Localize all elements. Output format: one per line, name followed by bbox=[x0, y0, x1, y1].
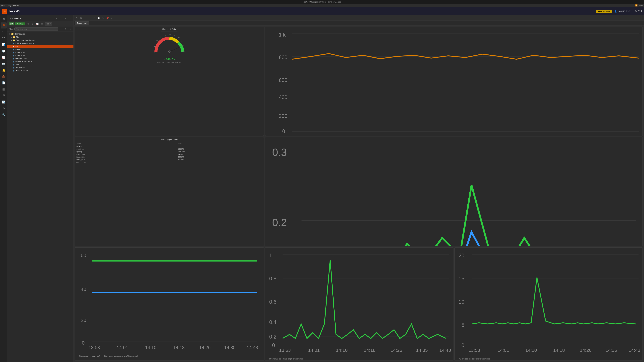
sidebar-dashboard-icon[interactable]: 📊 bbox=[1, 41, 7, 48]
sidebar-analytics-icon[interactable]: 📉 bbox=[1, 99, 7, 105]
col-size: Size bbox=[176, 142, 264, 145]
arrow-left-icon[interactable]: ← bbox=[88, 16, 92, 20]
transactions-chart-panel: 1 k 800 600 400 200 0 bbox=[265, 27, 643, 136]
sidebar-network-icon[interactable]: 🖥 bbox=[1, 22, 7, 28]
expand-icon[interactable]: ⤢ bbox=[110, 16, 114, 20]
datetime: Mon 12 Aug 14:49:59 bbox=[1, 4, 19, 6]
disk-queue-chart: 1 0.8 0.6 0.4 0.2 0 bbox=[265, 248, 453, 357]
svg-text:0: 0 bbox=[282, 128, 285, 134]
tree-label: Fix bbox=[16, 36, 19, 38]
sidebar-book-icon[interactable]: 📖 bbox=[1, 61, 7, 67]
sidebar-map-icon[interactable]: 🗺 bbox=[1, 35, 7, 41]
help-icon[interactable]: ? bbox=[638, 10, 640, 13]
tree-item-critical[interactable]: ▦ Critical system status bbox=[8, 42, 74, 45]
forward-btn[interactable]: ▷ bbox=[60, 16, 64, 20]
gauge-title: Cache Hit Ratio bbox=[161, 27, 178, 31]
sidebar-bell-icon[interactable]: 🔔 bbox=[1, 67, 7, 73]
svg-text:5: 5 bbox=[462, 322, 464, 328]
table-row: netxms bbox=[75, 145, 264, 148]
sidebar-doc-icon[interactable]: 📄 bbox=[1, 80, 7, 86]
obj-toolbar: DB Normal ▢ ⊡ 📈 ✕ Poll ▾ bbox=[8, 21, 74, 26]
svg-text:200: 200 bbox=[279, 113, 287, 119]
pin-icon[interactable]: 📌 bbox=[106, 16, 109, 20]
sidebar-home-icon[interactable]: ⊞ bbox=[1, 16, 7, 22]
transactions-chart: 1 k 800 600 400 200 0 bbox=[265, 27, 642, 136]
tree-label: Template dashboards bbox=[16, 39, 36, 41]
chart-icon[interactable]: 📈 bbox=[36, 22, 39, 26]
edit-icon[interactable]: ✎ bbox=[75, 16, 79, 20]
panel-title: Dashboards bbox=[9, 17, 54, 19]
info-icon[interactable]: ℹ bbox=[641, 10, 642, 13]
svg-text:60: 60 bbox=[81, 252, 86, 258]
arrow-right-icon[interactable]: → bbox=[84, 16, 88, 20]
window-icon[interactable]: ▢ bbox=[92, 16, 96, 20]
tree-item-demo[interactable]: ▦ Demo bbox=[8, 48, 74, 51]
filter-clear-icon[interactable]: ✕ bbox=[68, 27, 72, 31]
filter-input[interactable] bbox=[14, 27, 58, 30]
sidebar-screen-icon[interactable]: 🖥 bbox=[1, 92, 7, 98]
sidebar-chart-icon[interactable]: 📈 bbox=[1, 54, 7, 60]
grid-icon[interactable]: ⊞ bbox=[79, 16, 83, 20]
dash-icon: ▦ bbox=[13, 42, 14, 44]
tab-dashboard[interactable]: Dashboard bbox=[75, 21, 89, 25]
app-header: N NetXMS PRODUCTION 👤 zev@10.5.5.111 ⚙ ?… bbox=[0, 7, 644, 15]
svg-text:600: 600 bbox=[279, 77, 287, 83]
fs-svg: 60 40 20 0 13:53 14:01 bbox=[76, 249, 263, 353]
back-btn[interactable]: ◁ bbox=[55, 16, 59, 20]
dash-icon: ▦ bbox=[13, 69, 14, 72]
refresh-btn[interactable]: ↺ bbox=[68, 16, 72, 20]
tree-item-icmp-stats[interactable]: ▦ ICMP Stats bbox=[8, 54, 74, 57]
disk-charts: 1 0.8 0.6 0.4 0.2 0 bbox=[265, 247, 643, 361]
cell-size: 1270 MB bbox=[176, 150, 264, 153]
tree-item-trafic[interactable]: ▦ Trafic Analiner bbox=[8, 69, 74, 72]
content-area: ✎ ⊞ → ← ▢ 💾 🔗 📌 ⤢ Dashboard Cache Hit Ra… bbox=[74, 15, 644, 362]
svg-text:0: 0 bbox=[462, 343, 464, 348]
tree-item-db[interactable]: ▦ DB bbox=[8, 45, 74, 48]
tree-item-icmp-stas[interactable]: ▦ ICMP Stas bbox=[8, 51, 74, 54]
db-badge: DB bbox=[9, 22, 14, 25]
cell-table: syslog bbox=[75, 150, 176, 153]
tree-label: Dashboards bbox=[14, 33, 25, 35]
sidebar-tag-icon[interactable]: 🏷 bbox=[1, 29, 7, 35]
tree-item-internet[interactable]: ▦ Internet Traffic bbox=[8, 57, 74, 60]
svg-text:14:18: 14:18 bbox=[553, 348, 565, 353]
username: zev@10.5.5.111 bbox=[618, 10, 632, 12]
svg-text:14:35: 14:35 bbox=[224, 345, 236, 350]
settings-icon[interactable]: ⚙ bbox=[634, 10, 637, 13]
expand-icon: ▶ bbox=[11, 36, 12, 38]
table-row: idata_108643 MB bbox=[75, 153, 264, 156]
tree-item-template[interactable]: ▶ 📁 Template dashboards bbox=[8, 39, 74, 42]
network-icon: 📶 bbox=[635, 4, 638, 6]
close-icon[interactable]: ✕ bbox=[40, 22, 44, 26]
app-logo: N bbox=[2, 9, 8, 14]
tree-item-tile[interactable]: ▦ Tile Server bbox=[8, 66, 74, 69]
link-icon[interactable]: 🔗 bbox=[101, 16, 105, 20]
table-row: event_log539 MB bbox=[75, 148, 264, 150]
sidebar-tools-icon[interactable]: 🔧 bbox=[1, 112, 7, 118]
save-icon[interactable]: 💾 bbox=[97, 16, 100, 20]
svg-text:14:43: 14:43 bbox=[629, 348, 640, 353]
sidebar-case-icon[interactable]: 💼 bbox=[1, 73, 7, 79]
tree-item-fix[interactable]: ▶ 📁 Fix bbox=[8, 35, 74, 39]
folder-icon: 📁 bbox=[11, 33, 14, 35]
window-icon[interactable]: ▢ bbox=[26, 22, 30, 26]
sidebar-clock-icon[interactable]: 🕐 bbox=[1, 48, 7, 54]
tree-item-dashboards[interactable]: ▼ 📁 Dashboards bbox=[8, 32, 74, 35]
svg-text:14:26: 14:26 bbox=[580, 348, 592, 353]
filter-info-icon[interactable]: ℹ bbox=[59, 27, 63, 31]
tree-item-serverroom[interactable]: ▦ Server Room Rack bbox=[8, 60, 74, 63]
sidebar-settings-icon[interactable]: ⚙ bbox=[1, 105, 7, 111]
filter-row: Filter: ℹ ✎ ✕ bbox=[8, 26, 74, 32]
filter-edit-icon[interactable]: ✎ bbox=[64, 27, 68, 31]
poll-button[interactable]: Poll ▾ bbox=[45, 22, 52, 25]
screenshot-icon[interactable]: ⊡ bbox=[31, 22, 34, 26]
production-badge: PRODUCTION bbox=[596, 10, 612, 13]
tree-item-test[interactable]: ▦ Test bbox=[8, 63, 74, 66]
svg-text:0: 0 bbox=[154, 52, 155, 53]
folder-icon: 📁 bbox=[13, 39, 16, 41]
svg-text:80: 80 bbox=[180, 40, 182, 42]
filter-btn[interactable]: ▽ bbox=[64, 16, 68, 20]
cell-size: 359 MB bbox=[176, 158, 264, 161]
sidebar-layer-icon[interactable]: ▦ bbox=[1, 86, 7, 92]
tree-label: ICMP Stas bbox=[15, 51, 25, 54]
